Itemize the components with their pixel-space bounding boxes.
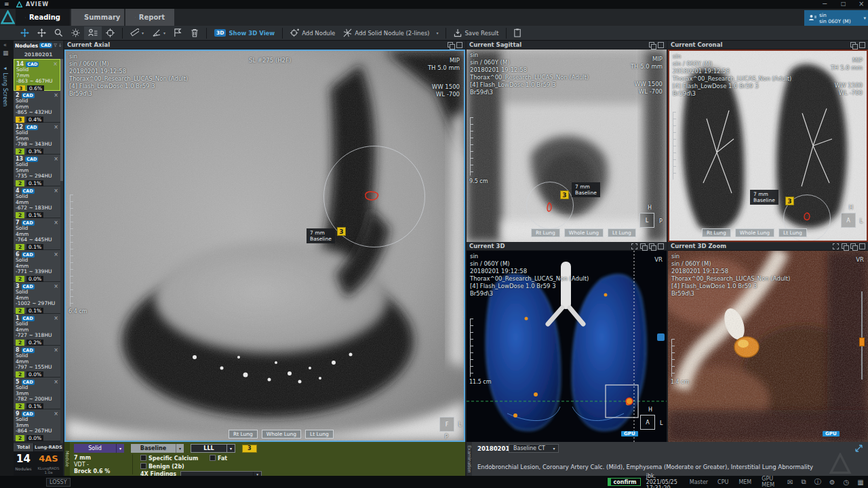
chevron-down-icon[interactable]: ▾ — [142, 30, 144, 35]
close-icon[interactable]: × — [54, 379, 58, 385]
confirm-button[interactable]: confirm — [608, 478, 641, 486]
crosshair-tool-button[interactable] — [102, 26, 119, 40]
copy-view-icon[interactable] — [850, 243, 856, 249]
axial-image-area[interactable]: sinsin / 060Y (M)20180201 19:12:58Thorax… — [64, 49, 465, 442]
message-icon[interactable]: ✉ — [787, 479, 793, 486]
nodule-card[interactable]: 8 CAD × Solid 4mm -797 ~ 155HU 2 0.0% — [14, 346, 60, 378]
lung-region-button[interactable]: Whole Lung — [262, 430, 301, 439]
pan-tool-button[interactable] — [33, 26, 50, 40]
nodule-card[interactable]: 13 CAD × Solid 5mm -735 ~ 294HU 2 0.1% — [14, 155, 60, 186]
lung-rads-tab[interactable]: Lung-RADS — [34, 443, 63, 451]
close-icon[interactable]: × — [54, 188, 58, 194]
close-icon[interactable]: × — [53, 61, 58, 67]
nodule-card[interactable]: 14 CAD × Solid 7mm -863 ~ 467HU 3 0.6% — [14, 59, 60, 91]
nodule-card[interactable]: 7 CAD × Solid 4mm -764 ~ 445HU 2 0.1% — [14, 218, 60, 250]
lung-screen-tab[interactable]: ◂ Lung Screen — [2, 65, 8, 106]
specific-calcium-checkbox[interactable]: Specific Calcium — [140, 455, 198, 462]
zoom-slider-handle[interactable] — [859, 338, 865, 346]
copy-icon[interactable]: ⧉ — [801, 478, 806, 486]
close-icon[interactable]: × — [54, 251, 58, 258]
chevron-down-icon[interactable]: ▾ — [436, 30, 438, 35]
coronal-image-area[interactable]: sinsin / 060Y (M)20180201 19:12:58Thorax… — [668, 49, 868, 242]
close-icon[interactable]: × — [54, 411, 58, 417]
copy-view-icon[interactable] — [649, 42, 655, 48]
sagittal-image-area[interactable]: sinsin / 060Y (M)20180201 19:12:58Thorax… — [467, 49, 667, 242]
maximize-view-icon[interactable] — [658, 42, 664, 48]
fat-checkbox[interactable]: Fat — [210, 455, 227, 462]
chevron-down-icon[interactable]: ▾ — [163, 30, 165, 35]
collapse-icon[interactable]: « — [3, 42, 7, 48]
filter-icon[interactable] — [54, 43, 57, 48]
chevron-down-icon[interactable]: ▾ — [863, 16, 866, 21]
current-3d-image-area[interactable]: sinsin / 060Y (M)20180201 19:12:58Thorax… — [467, 251, 667, 442]
close-icon[interactable]: × — [54, 283, 58, 289]
rotate-widget-icon[interactable] — [657, 333, 665, 341]
nodule-number-badge[interactable]: 3 — [785, 197, 794, 205]
close-icon[interactable]: × — [54, 124, 58, 130]
close-icon[interactable]: × — [54, 156, 58, 162]
lung-region-button[interactable]: Lt Lung — [608, 228, 636, 237]
close-icon[interactable]: × — [54, 347, 58, 353]
close-icon[interactable]: × — [54, 92, 58, 98]
maximize-view-icon[interactable] — [456, 42, 462, 48]
navigate-tool-button[interactable] — [16, 26, 33, 40]
total-tab[interactable]: Total — [14, 443, 33, 451]
study-dropdown[interactable]: Baseline CT ▾ — [509, 444, 559, 453]
lung-region-button[interactable]: Rt Lung — [229, 430, 258, 439]
window-level-tool-button[interactable] — [67, 26, 84, 40]
tab-summary[interactable]: Summary — [71, 9, 124, 26]
snapshot-icon[interactable] — [631, 243, 637, 249]
nodule-card[interactable]: 12 CAD × Solid 5mm -798 ~ 343HU 2 0.3% — [14, 123, 60, 155]
hamburger-menu-icon[interactable]: ≡ — [4, 1, 9, 7]
nodule-number-badge[interactable]: 3 — [560, 190, 569, 199]
maximize-button[interactable]: □ — [841, 1, 846, 7]
close-button[interactable]: × — [859, 0, 864, 7]
lung-region-button[interactable]: Rt Lung — [531, 228, 560, 237]
benign-checkbox[interactable]: Benign (2b) — [140, 464, 184, 470]
zoom-slider-track[interactable] — [861, 291, 863, 380]
snapshot-icon[interactable] — [833, 243, 839, 249]
nodules-tab[interactable]: Nodules — [15, 43, 38, 49]
nodule-number-badge[interactable]: 3 — [337, 227, 346, 236]
user-badge[interactable]: sin sin 060Y (M) ▾ — [804, 10, 868, 26]
history-clock-icon[interactable]: ◷ — [844, 479, 850, 486]
nodule-card[interactable]: 4 CAD × Solid 4mm -672 ~ 183HU 2 0.1% — [14, 186, 60, 218]
nodule-card[interactable]: 5 CAD × Solid 3mm -782 ~ 200HU 2 0.1% — [14, 378, 60, 409]
save-result-button[interactable]: Save Result — [450, 26, 502, 40]
ruler-tool-button[interactable]: ▾ — [126, 26, 148, 40]
timepoint-dropdown[interactable]: Baseline ▾ — [131, 444, 184, 453]
annotation-tool-button[interactable] — [170, 26, 186, 40]
lung-region-button[interactable]: Lt Lung — [778, 228, 807, 237]
patient-list-tool-button[interactable] — [84, 26, 102, 40]
settings-gear-icon[interactable]: ⚙ — [829, 479, 835, 486]
lung-region-button[interactable]: Rt Lung — [702, 228, 731, 237]
clipboard-button[interactable] — [510, 26, 525, 40]
examination-panel-tab[interactable]: Examination — [467, 442, 472, 476]
grid-layout-icon[interactable]: ▦ — [3, 49, 9, 56]
info-icon[interactable]: ⓘ — [814, 477, 821, 487]
nodule-card[interactable]: 9 CAD × Solid 3mm -864 ~ 267HU 2 0.0% — [14, 409, 60, 441]
scrollbar-thumb[interactable] — [60, 59, 63, 181]
export-icon[interactable] — [842, 243, 848, 249]
add-solid-nodule-button[interactable]: Add Solid Nodule (2-lines) ▾ — [339, 26, 442, 40]
nodule-list-scrollbar[interactable] — [60, 59, 63, 443]
nodule-card[interactable]: 6 CAD × Solid 4mm -771 ~ 339HU 2 0.0% — [14, 250, 60, 282]
export-icon[interactable] — [640, 243, 646, 249]
maximize-view-icon[interactable] — [859, 243, 865, 249]
add-nodule-button[interactable]: Add Nodule — [286, 26, 339, 40]
layout-grid-icon[interactable]: ▦ — [857, 479, 863, 486]
maximize-view-icon[interactable] — [658, 243, 664, 249]
show-3d-view-button[interactable]: 3D Show 3D View — [210, 26, 279, 40]
nodule-type-dropdown[interactable]: Solid ▾ — [74, 444, 124, 453]
module-panel-tab[interactable]: Module — [64, 442, 70, 476]
cad-toggle[interactable]: CAD — [39, 43, 52, 48]
maximize-view-icon[interactable] — [859, 42, 865, 48]
lobe-dropdown[interactable]: LLL ▾ — [191, 444, 235, 453]
zoom-tool-button[interactable] — [50, 26, 67, 40]
copy-view-icon[interactable] — [649, 243, 655, 249]
current-3d-zoom-image-area[interactable]: sinsin / 060Y (M)20180201 19:12:58Thorax… — [668, 251, 868, 442]
lung-region-button[interactable]: Whole Lung — [564, 228, 604, 237]
nodule-card[interactable]: 3 CAD × Solid 4mm -1002 ~ 297HU 2 0.1% — [14, 282, 60, 314]
angle-tool-button[interactable]: ▾ — [148, 26, 170, 40]
sort-icon[interactable] — [59, 43, 62, 48]
